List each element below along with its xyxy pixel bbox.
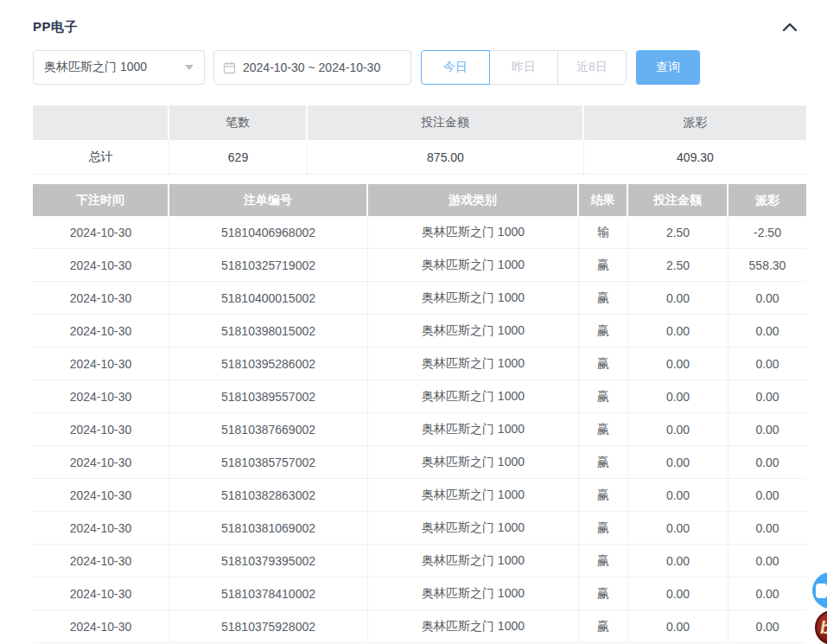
- column-header: 派彩: [728, 184, 806, 216]
- table-cell: 2024-10-30: [33, 512, 169, 545]
- table-cell: 2024-10-30: [33, 282, 169, 315]
- table-row: 2024-10-3051810325719002奥林匹斯之门 1000赢2.50…: [33, 249, 806, 282]
- table-cell: 奥林匹斯之门 1000: [368, 545, 579, 577]
- table-row: 2024-10-3051810381069002奥林匹斯之门 1000赢0.00…: [33, 512, 806, 545]
- table-cell: 51810375928002: [169, 610, 368, 643]
- table-cell: 输: [579, 216, 628, 249]
- summary-table: 笔数投注金额派彩 总计629875.00409.30: [33, 105, 806, 175]
- quick-filter-button[interactable]: 今日: [421, 50, 490, 85]
- table-cell: 0.00: [628, 512, 728, 545]
- summary-header-row: 笔数投注金额派彩: [33, 105, 806, 140]
- table-cell: 0.00: [728, 545, 806, 577]
- table-cell: 0.00: [628, 315, 728, 348]
- quick-filter-button[interactable]: 近8日: [557, 50, 627, 85]
- collapse-button[interactable]: [780, 17, 799, 36]
- table-row: 2024-10-3051810387669002奥林匹斯之门 1000赢0.00…: [33, 413, 806, 446]
- table-cell: 总计: [33, 140, 169, 175]
- table-cell: 51810387669002: [169, 413, 368, 446]
- table-cell: 0.00: [728, 610, 806, 643]
- table-cell: 2024-10-30: [33, 348, 169, 380]
- table-cell: 51810379395002: [169, 545, 368, 577]
- game-select[interactable]: 奥林匹斯之门 1000: [33, 50, 205, 85]
- table-cell: 2.50: [628, 249, 728, 282]
- quick-filter-button[interactable]: 昨日: [489, 50, 558, 85]
- table-row: 2024-10-3051810406968002奥林匹斯之门 1000输2.50…: [33, 216, 806, 249]
- table-cell: 875.00: [308, 140, 584, 175]
- table-cell: 51810395286002: [169, 348, 368, 380]
- brand-b-icon: b: [820, 618, 827, 638]
- table-cell: 0.00: [728, 282, 806, 315]
- table-cell: 奥林匹斯之门 1000: [368, 249, 579, 282]
- table-cell: 赢: [579, 577, 628, 610]
- game-select-value: 奥林匹斯之门 1000: [44, 60, 147, 75]
- table-cell: 2024-10-30: [33, 446, 169, 479]
- table-cell: 奥林匹斯之门 1000: [368, 479, 579, 512]
- column-header: 投注金额: [628, 184, 728, 216]
- table-cell: 0.00: [728, 348, 806, 380]
- table-cell: 51810398015002: [169, 315, 368, 348]
- table-cell: 0.00: [728, 577, 806, 610]
- table-cell: 赢: [579, 610, 628, 643]
- table-cell: 2024-10-30: [33, 545, 169, 577]
- table-row: 2024-10-3051810400015002奥林匹斯之门 1000赢0.00…: [33, 282, 806, 315]
- table-cell: 赢: [579, 413, 628, 446]
- table-cell: 赢: [579, 315, 628, 348]
- chat-icon: [816, 583, 827, 598]
- table-row: 总计629875.00409.30: [33, 140, 806, 175]
- table-cell: 奥林匹斯之门 1000: [368, 380, 579, 413]
- search-button[interactable]: 查询: [636, 50, 700, 85]
- table-cell: 51810378410002: [169, 577, 368, 610]
- table-cell: 558.30: [728, 249, 806, 282]
- pp-games-panel: PP电子 奥林匹斯之门 1000 2024-10-30 ~ 2024-10-30: [0, 0, 806, 643]
- table-row: 2024-10-3051810385757002奥林匹斯之门 1000赢0.00…: [33, 446, 806, 479]
- table-cell: 赢: [579, 512, 628, 545]
- table-cell: 奥林匹斯之门 1000: [368, 577, 579, 610]
- table-cell: 0.00: [728, 413, 806, 446]
- calendar-icon: [223, 61, 236, 74]
- table-cell: 0.00: [728, 512, 806, 545]
- table-cell: 赢: [579, 479, 628, 512]
- panel-header: PP电子: [33, 17, 806, 36]
- table-cell: 0.00: [728, 315, 806, 348]
- table-row: 2024-10-3051810379395002奥林匹斯之门 1000赢0.00…: [33, 545, 806, 577]
- table-row: 2024-10-3051810389557002奥林匹斯之门 1000赢0.00…: [33, 380, 806, 413]
- table-cell: 2024-10-30: [33, 216, 169, 249]
- quick-filter-group: 今日昨日近8日: [421, 50, 627, 85]
- column-header: 笔数: [169, 105, 308, 140]
- date-range-value: 2024-10-30 ~ 2024-10-30: [243, 61, 380, 74]
- date-range-input[interactable]: 2024-10-30 ~ 2024-10-30: [213, 50, 411, 85]
- customer-service-button[interactable]: [812, 572, 827, 609]
- table-cell: 奥林匹斯之门 1000: [368, 282, 579, 315]
- table-cell: 2024-10-30: [33, 577, 169, 610]
- table-row: 2024-10-3051810382863002奥林匹斯之门 1000赢0.00…: [33, 479, 806, 512]
- table-cell: 51810381069002: [169, 512, 368, 545]
- table-cell: 51810382863002: [169, 479, 368, 512]
- table-row: 2024-10-3051810398015002奥林匹斯之门 1000赢0.00…: [33, 315, 806, 348]
- records-table: 下注时间注单编号游戏类别结果投注金额派彩 2024-10-30518104069…: [33, 184, 806, 643]
- table-cell: 409.30: [584, 140, 806, 175]
- table-cell: 奥林匹斯之门 1000: [368, 446, 579, 479]
- column-header: 注单编号: [169, 184, 368, 216]
- table-cell: 2024-10-30: [33, 380, 169, 413]
- table-cell: 赢: [579, 380, 628, 413]
- table-cell: 赢: [579, 446, 628, 479]
- table-cell: 0.00: [628, 348, 728, 380]
- table-cell: 2024-10-30: [33, 610, 169, 643]
- table-cell: 51810406968002: [169, 216, 368, 249]
- table-cell: 51810385757002: [169, 446, 368, 479]
- table-cell: 奥林匹斯之门 1000: [368, 315, 579, 348]
- table-cell: 0.00: [628, 545, 728, 577]
- table-cell: 2024-10-30: [33, 413, 169, 446]
- brand-badge-button[interactable]: b: [815, 610, 827, 644]
- table-cell: 0.00: [628, 479, 728, 512]
- table-cell: 赢: [579, 282, 628, 315]
- table-cell: 0.00: [628, 577, 728, 610]
- records-header-row: 下注时间注单编号游戏类别结果投注金额派彩: [33, 184, 806, 216]
- table-cell: 2.50: [628, 216, 728, 249]
- table-cell: 赢: [579, 348, 628, 380]
- table-row: 2024-10-3051810378410002奥林匹斯之门 1000赢0.00…: [33, 577, 806, 610]
- page-title: PP电子: [33, 19, 78, 35]
- column-header: 游戏类别: [368, 184, 579, 216]
- table-cell: 0.00: [628, 380, 728, 413]
- table-cell: 0.00: [628, 446, 728, 479]
